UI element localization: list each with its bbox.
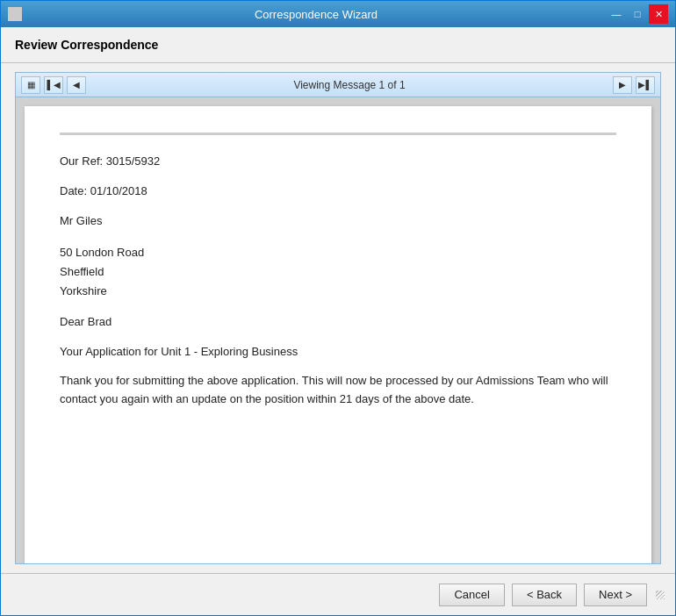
back-button[interactable]: < Back [512,584,577,606]
letter-scroll-area[interactable]: Our Ref: 3015/5932 Date: 01/10/2018 Mr G… [16,97,660,563]
footer: Cancel < Back Next > [1,573,675,615]
viewer-toolbar: ▦ ▌◀ ◀ Viewing Message 1 of 1 ▶ ▶▌ [16,73,660,97]
address-line3: Yorkshire [60,282,616,301]
main-content: ▦ ▌◀ ◀ Viewing Message 1 of 1 ▶ ▶▌ Our R… [1,63,675,573]
letter-subject: Your Application for Unit 1 - Exploring … [60,343,616,361]
viewing-label: Viewing Message 1 of 1 [90,79,609,91]
close-button[interactable]: ✕ [649,4,668,24]
maximize-button[interactable]: □ [628,4,647,24]
viewer-panel: ▦ ▌◀ ◀ Viewing Message 1 of 1 ▶ ▶▌ Our R… [15,72,661,564]
next-button[interactable]: ▶ [613,76,632,94]
last-button[interactable]: ▶▌ [636,76,655,94]
next-button-footer[interactable]: Next > [584,584,647,606]
letter-body: Thank you for submitting the above appli… [60,372,616,409]
export-button[interactable]: ▦ [21,76,40,94]
minimize-button[interactable]: — [607,4,626,24]
letter-date: Date: 01/10/2018 [60,183,616,200]
header-area: Review Correspondence [1,27,675,63]
first-button[interactable]: ▌◀ [44,76,63,94]
letter-recipient: Mr Giles [60,211,616,231]
cancel-button[interactable]: Cancel [439,584,504,606]
window-icon [8,7,22,21]
address-line1: 50 London Road [60,243,616,262]
salutation-name: Mr Giles [60,211,616,231]
resize-grip [656,591,665,599]
main-window: Correspondence Wizard — □ ✕ Review Corre… [0,0,676,616]
page-title: Review Correspondence [15,38,158,52]
address-line2: Sheffield [60,262,616,282]
title-bar: Correspondence Wizard — □ ✕ [1,1,675,27]
letter-dear: Dear Brad [60,313,616,331]
letter-ref: Our Ref: 3015/5932 [60,153,616,170]
window-title: Correspondence Wizard [25,8,607,21]
letter-header-rule [60,133,616,135]
letter-page: Our Ref: 3015/5932 Date: 01/10/2018 Mr G… [25,106,651,563]
window-controls: — □ ✕ [607,4,668,24]
prev-button[interactable]: ◀ [67,76,86,94]
letter-address: 50 London Road Sheffield Yorkshire [60,243,616,301]
